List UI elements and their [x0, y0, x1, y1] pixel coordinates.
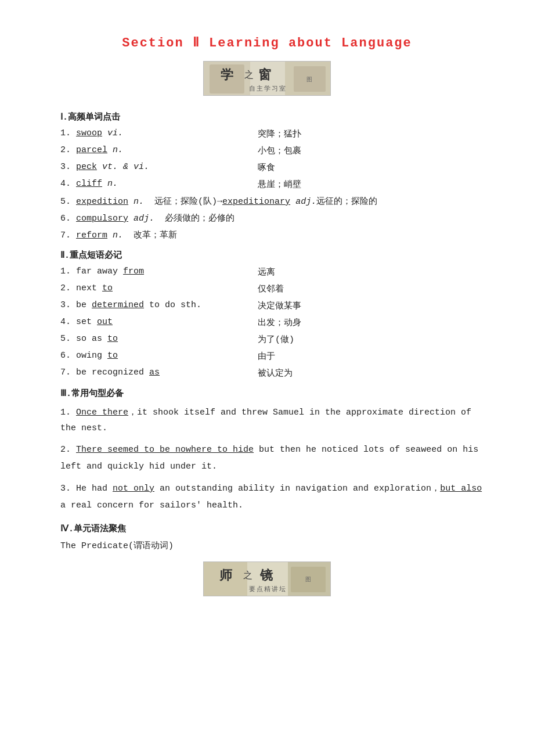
logo2-image: 师 之 镜 要点精讲坛 图 [203, 561, 331, 596]
sentence-text-3a: He had [71, 484, 113, 494]
phrase-word-6: 6. owing to [60, 351, 258, 362]
phrase-meaning-4: 出发；动身 [258, 317, 488, 328]
vocab-meaning-1: 突降；猛扑 [258, 128, 488, 139]
svg-text:窗: 窗 [258, 67, 271, 82]
phrase-meaning-1: 远离 [258, 267, 488, 278]
sentence-num-2: 2. [60, 445, 76, 455]
vocab-meaning-3: 啄食 [258, 162, 488, 173]
sentence-underline-3b: but also [440, 484, 482, 494]
phrase-item-4: 4. set out 出发；动身 [60, 317, 488, 328]
phrase-item-5: 5. so as to 为了(做) [60, 334, 488, 345]
sentence-3: 3. He had not only an outstanding abilit… [60, 481, 488, 514]
vocab-item-3: 3. peck vt. & vi. 啄食 [60, 162, 488, 173]
vocab-word-5: 5. expedition n. 远征；探险(队)→expeditionary … [60, 196, 488, 207]
vocab-word-4: 4. cliff n. [60, 179, 258, 190]
phrase-item-1: 1. far away from 远离 [60, 267, 488, 278]
svg-text:镜: 镜 [259, 568, 273, 582]
svg-text:学: 学 [221, 67, 233, 82]
svg-text:之: 之 [244, 70, 254, 80]
svg-text:图: 图 [306, 76, 312, 82]
phrase-item-2: 2. next to 仅邻着 [60, 283, 488, 294]
section3-label: Ⅲ.常用句型必备 [60, 388, 488, 399]
sentence-text-3b: an outstanding ability in navigation and… [154, 484, 440, 494]
vocab-meaning-2: 小包；包裹 [258, 145, 488, 156]
section4-label: Ⅳ.单元语法聚焦 [60, 523, 488, 534]
predicate-line: The Predicate(谓语动词) [60, 540, 488, 551]
logo1-image: 学 之 窗 自主学习室 图 [203, 61, 331, 96]
logo2-box: 师 之 镜 要点精讲坛 图 [46, 561, 488, 599]
sentence-text-3c: a real concern for sailors' health. [60, 501, 243, 510]
svg-text:图: 图 [305, 576, 311, 582]
svg-text:自主学习室: 自主学习室 [249, 85, 287, 92]
page-title: Section Ⅱ Learning about Language [46, 35, 488, 51]
phrase-word-4: 4. set out [60, 317, 258, 328]
vocab-item-7: 7. reform n. 改革；革新 [60, 229, 488, 240]
phrase-meaning-3: 决定做某事 [258, 300, 488, 311]
phrase-word-7: 7. be recognized as [60, 368, 258, 379]
vocab-item-5: 5. expedition n. 远征；探险(队)→expeditionary … [60, 196, 488, 207]
vocab-item-4: 4. cliff n. 悬崖；峭壁 [60, 179, 488, 190]
svg-text:师: 师 [219, 568, 233, 582]
vocab-word-1: 1. swoop vi. [60, 128, 258, 139]
phrase-meaning-5: 为了(做) [258, 334, 488, 345]
phrase-word-1: 1. far away from [60, 267, 258, 278]
svg-text:之: 之 [243, 570, 252, 580]
phrase-meaning-6: 由于 [258, 351, 488, 362]
vocab-meaning-4: 悬崖；峭壁 [258, 179, 488, 190]
phrase-word-5: 5. so as to [60, 334, 258, 345]
vocab-word-7: 7. reform n. 改革；革新 [60, 229, 258, 240]
phrase-item-6: 6. owing to 由于 [60, 351, 488, 362]
vocab-item-2: 2. parcel n. 小包；包裹 [60, 145, 488, 156]
phrase-item-3: 3. be determined to do sth. 决定做某事 [60, 300, 488, 311]
vocab-word-3: 3. peck vt. & vi. [60, 162, 258, 173]
vocab-word-2: 2. parcel n. [60, 145, 258, 156]
phrase-meaning-7: 被认定为 [258, 368, 488, 379]
phrase-meaning-2: 仅邻着 [258, 283, 488, 294]
phrase-item-7: 7. be recognized as 被认定为 [60, 368, 488, 379]
svg-text:要点精讲坛: 要点精讲坛 [249, 585, 287, 592]
vocab-item-6: 6. compulsory adj. 必须做的；必修的 [60, 213, 488, 224]
vocab-word-6: 6. compulsory adj. 必须做的；必修的 [60, 213, 258, 224]
phrase-word-3: 3. be determined to do sth. [60, 300, 258, 311]
section2-label: Ⅱ.重点短语必记 [60, 250, 488, 261]
logo1-box: 学 之 窗 自主学习室 图 [46, 61, 488, 99]
sentence-underline-3a: not only [113, 484, 154, 494]
vocab-item-1: 1. swoop vi. 突降；猛扑 [60, 128, 488, 139]
phrase-word-2: 2. next to [60, 283, 258, 294]
sentence-1: 1. Once there，it shook itself and threw … [60, 405, 488, 436]
sentence-underline-2: There seemed to be nowhere to hide [76, 445, 254, 455]
sentence-num-1: 1. [60, 408, 76, 417]
sentence-underline-1: Once there [76, 408, 128, 417]
sentence-2: 2. There seemed to be nowhere to hide bu… [60, 442, 488, 475]
section1-label: Ⅰ.高频单词点击 [60, 111, 488, 123]
sentence-num-3: 3. [60, 484, 71, 494]
